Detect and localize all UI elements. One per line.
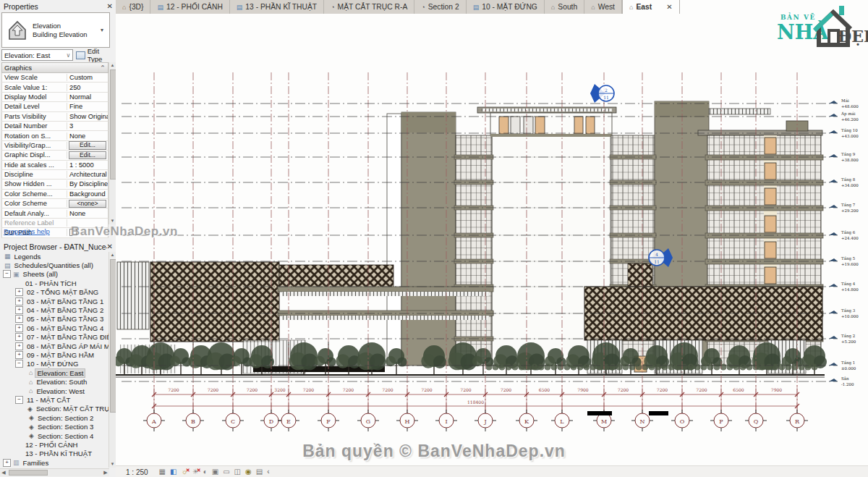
view-tab-m-t-c-t-tr-c-r-a[interactable]: ◔MẶT CẮT TRỤC R-A: [324, 0, 414, 14]
browser-item-03-m-t-b-ng-t-ng-1[interactable]: +03 - MẶT BẰNG TẦNG 1: [0, 297, 109, 305]
drawing-canvas[interactable]: Mái+48.600Áp mái+46.200Tầng 10+43.000Tần…: [116, 14, 868, 465]
close-icon[interactable]: ✕: [107, 242, 113, 250]
expand-icon[interactable]: ‹: [267, 468, 269, 476]
browser-item-05-m-t-b-ng-t-ng-3[interactable]: +05 - MẶT BẰNG TẦNG 3: [0, 315, 109, 324]
collapse-node-icon[interactable]: −: [15, 360, 23, 368]
browser-item-06-m-t-b-ng-t-ng-4[interactable]: +06 - MẶT BẰNG TẦNG 4: [0, 324, 109, 332]
property-value[interactable]: Fine: [67, 103, 108, 110]
sun-path-icon[interactable]: ☼✕: [182, 468, 188, 476]
crop-region-icon[interactable]: ▭: [223, 468, 229, 476]
type-selector[interactable]: Elevation Building Elevation ▾: [1, 12, 110, 48]
scroll-right-icon[interactable]: ▶: [102, 470, 109, 476]
collapse-node-icon[interactable]: −: [3, 270, 11, 278]
property-value[interactable]: Show Original: [67, 113, 108, 120]
expand-node-icon[interactable]: +: [15, 342, 23, 350]
view-properties-icon[interactable]: ▤: [256, 468, 263, 476]
view-selector-combo[interactable]: Elevation: East ∨: [1, 49, 73, 61]
properties-scrollbar[interactable]: ▲ ▼: [109, 62, 116, 224]
visual-scale-icon[interactable]: ▦: [159, 468, 166, 476]
rendering-icon[interactable]: ◐: [203, 468, 208, 476]
view-tab-12-ph-i-c-nh[interactable]: ▤12 - PHỐI CẢNH: [150, 0, 229, 14]
properties-help-link[interactable]: Properties help: [4, 227, 50, 235]
temporary-hide-icon[interactable]: ◫: [234, 468, 241, 476]
property-value[interactable]: 250: [67, 84, 108, 91]
property-value[interactable]: None: [67, 132, 108, 140]
browser-item-section-section-3[interactable]: ◈Section: Section 3: [0, 422, 109, 431]
browser-item-elevation-west[interactable]: ⌂Elevation: West: [0, 387, 109, 395]
browser-item-schedules-quantities-all[interactable]: ▤Schedules/Quantities (all): [0, 261, 109, 269]
scale-control[interactable]: 1 : 250: [126, 468, 148, 476]
property-row[interactable]: DisciplineArchitectural: [1, 170, 109, 180]
browser-item-10-m-t-ng[interactable]: −10 - MẶT ĐỨNG: [0, 360, 109, 368]
browser-item-07-m-t-b-ng-t-ng-i-n-h[interactable]: +07 - MẶT BẰNG TẦNG ĐIỂN H: [0, 333, 109, 342]
scroll-up-icon[interactable]: ▲: [109, 252, 116, 258]
reveal-hidden-icon[interactable]: ◉: [245, 468, 252, 476]
property-edit-button[interactable]: Edit...: [69, 141, 106, 150]
expand-node-icon[interactable]: +: [15, 315, 23, 323]
property-value[interactable]: 1 : 5000: [67, 161, 108, 169]
view-tab-south[interactable]: ⌂South: [545, 0, 584, 14]
close-icon[interactable]: ✕: [107, 2, 113, 10]
property-edit-button[interactable]: <none>: [69, 200, 106, 208]
shadows-icon[interactable]: ☀✕: [192, 468, 199, 476]
property-value[interactable]: Custom: [67, 74, 108, 81]
browser-item-elevation-south[interactable]: ⌂Elevation: South: [0, 377, 109, 386]
scroll-down-icon[interactable]: ▼: [109, 218, 116, 224]
expand-node-icon[interactable]: +: [15, 324, 23, 332]
view-tab-section-2[interactable]: ◔Section 2: [414, 0, 466, 14]
property-row[interactable]: Color Scheme<none>: [1, 199, 109, 208]
graphics-section-header[interactable]: Graphics ⌃: [1, 62, 109, 73]
expand-node-icon[interactable]: +: [15, 297, 23, 305]
crop-view-icon[interactable]: ▣: [212, 468, 218, 476]
property-row[interactable]: Show Hidden ...By Discipline: [1, 180, 109, 189]
browser-item-09-m-t-b-ng-h-m[interactable]: +09 - MẶT BẰNG HẦM: [0, 350, 109, 359]
browser-item-04-m-t-b-ng-t-ng-2[interactable]: +04 - MẶT BẰNG TẦNG 2: [0, 305, 109, 314]
property-value[interactable]: By Discipline: [67, 180, 108, 187]
property-value[interactable]: Architectural: [67, 171, 108, 178]
property-row[interactable]: Default Analy...None: [1, 208, 109, 218]
property-row[interactable]: Rotation on S...None: [1, 131, 109, 140]
view-tab-3d[interactable]: ⌂{3D}: [116, 0, 150, 14]
property-row[interactable]: Detail LevelFine: [1, 102, 109, 111]
chevron-down-icon[interactable]: ▾: [101, 27, 109, 33]
property-row[interactable]: Display ModelNormal: [1, 93, 109, 102]
elevation-drawing[interactable]: Mái+48.600Áp mái+46.200Tầng 10+43.000Tần…: [116, 14, 868, 465]
browser-item-01-ph-n-t-ch[interactable]: 01 - PHÂN TÍCH: [0, 279, 109, 287]
expand-node-icon[interactable]: +: [15, 288, 23, 296]
expand-node-icon[interactable]: +: [15, 306, 23, 314]
browser-item-section-section-2[interactable]: ◈Section: Section 2: [0, 413, 109, 422]
collapse-node-icon[interactable]: −: [15, 396, 23, 404]
browser-item-11-m-t-c-t[interactable]: −11 - MẶT CẮT: [0, 395, 109, 404]
view-tab-west[interactable]: ⌂West: [584, 0, 622, 14]
view-tab-10-m-t-ng[interactable]: ▤10 - MẶT ĐỨNG: [467, 0, 545, 14]
property-edit-button[interactable]: Edit...: [69, 151, 106, 160]
expand-node-icon[interactable]: +: [15, 351, 23, 359]
browser-item-02-t-ng-m-t-b-ng[interactable]: +02 - TỔNG MẶT BẰNG: [0, 288, 109, 297]
close-tab-icon[interactable]: ✕: [666, 3, 672, 11]
browser-item-08-m-t-b-ng-p-m-i-m[interactable]: +08 - MẶT BẰNG ÁP MÁI MÁ: [0, 342, 109, 350]
property-row[interactable]: Parts VisibilityShow Original: [1, 112, 109, 122]
scroll-up-icon[interactable]: ▲: [109, 62, 116, 69]
property-row[interactable]: Hide at scales ...1 : 5000: [1, 161, 109, 170]
property-value[interactable]: Normal: [67, 93, 108, 101]
property-row[interactable]: Graphic Displ...Edit...: [1, 151, 109, 160]
property-value[interactable]: None: [67, 210, 108, 217]
scroll-left-icon[interactable]: ◀: [0, 470, 7, 476]
property-row[interactable]: Visibility/Grap...Edit...: [1, 141, 109, 151]
browser-hscrollbar[interactable]: ◀ ▶: [0, 468, 109, 476]
property-row[interactable]: Detail Number3: [1, 122, 109, 131]
browser-item-section-section-4[interactable]: ◈Section: Section 4: [0, 431, 109, 440]
browser-item-elevation-east[interactable]: ⌂Elevation: East: [0, 368, 109, 377]
view-tab-east[interactable]: ⌂East✕: [622, 0, 680, 14]
browser-scrollbar[interactable]: ▲ ▼: [109, 252, 116, 468]
browser-item-section-m-t-c-t-tr[interactable]: ◈Section: MẶT CẮT TRỤ: [0, 405, 109, 413]
browser-item-sheets-all[interactable]: −▣Sheets (all): [0, 270, 109, 279]
property-row[interactable]: View ScaleCustom: [1, 73, 109, 83]
edit-type-button[interactable]: Edit Type: [76, 47, 114, 63]
visual-style-icon[interactable]: ◧: [170, 468, 176, 476]
property-row[interactable]: Scale Value 1:250: [1, 83, 109, 92]
scroll-down-icon[interactable]: ▼: [109, 461, 116, 468]
property-value[interactable]: 3: [67, 122, 108, 130]
browser-item-legends[interactable]: ▦Legends: [0, 252, 109, 261]
property-value[interactable]: Background: [67, 190, 108, 198]
